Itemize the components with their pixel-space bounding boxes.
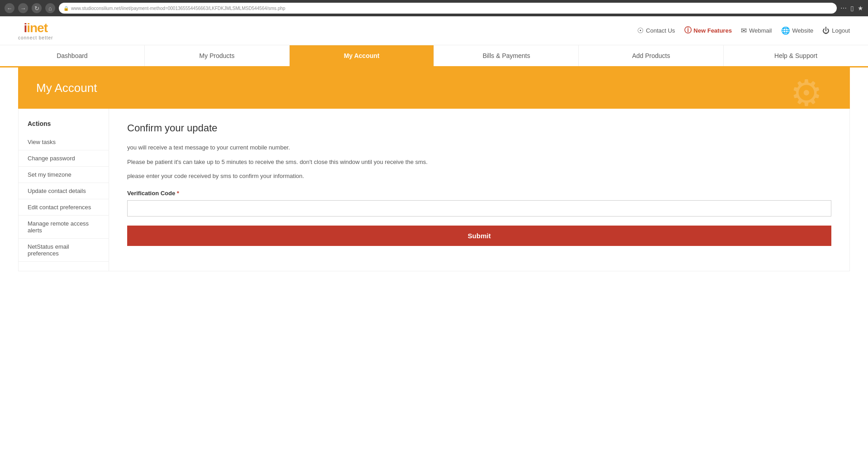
nav-my-account[interactable]: My Account xyxy=(290,45,434,66)
browser-chrome: ← → ↻ ⌂ 🔒 www.studioconsilium.net/iinet/… xyxy=(0,0,868,16)
menu-dots-icon[interactable]: ⋯ xyxy=(840,5,847,12)
submit-button[interactable]: Submit xyxy=(127,226,831,246)
sidebar-item-set-timezone[interactable]: Set my timezone xyxy=(19,167,109,183)
header: iinet connect better ☉ Contact Us ⓘ New … xyxy=(0,16,868,45)
webmail-label: Webmail xyxy=(749,27,772,34)
info-text-3: please enter your code received by sms t… xyxy=(127,172,831,181)
url-text: www.studioconsilium.net/iinet/payment-me… xyxy=(71,6,285,11)
sidebar-item-netstatus-email[interactable]: NetStatus email preferences xyxy=(19,239,109,262)
contact-us-link[interactable]: ☉ Contact Us xyxy=(637,26,675,35)
verification-code-input[interactable] xyxy=(127,200,831,217)
new-features-link[interactable]: ⓘ New Features xyxy=(684,26,732,35)
verification-label: Verification Code * xyxy=(127,190,831,197)
security-icon: 🔒 xyxy=(63,6,69,11)
logo-text: iinet xyxy=(24,21,48,35)
main-content: Confirm your update you will receive a t… xyxy=(109,109,849,271)
nav-dashboard[interactable]: Dashboard xyxy=(0,45,145,66)
new-features-icon: ⓘ xyxy=(684,26,692,35)
page-banner: My Account ⚙ xyxy=(18,67,850,109)
info-text-1: you will receive a text message to your … xyxy=(127,143,831,152)
page-title: My Account xyxy=(36,81,832,95)
page: iinet connect better ☉ Contact Us ⓘ New … xyxy=(0,16,868,462)
logout-icon: ⏻ xyxy=(822,27,830,35)
logout-link[interactable]: ⏻ Logout xyxy=(822,27,850,35)
website-link[interactable]: 🌐 Website xyxy=(781,26,814,35)
reload-button[interactable]: ↻ xyxy=(32,3,42,13)
nav-help-support[interactable]: Help & Support xyxy=(724,45,868,66)
forward-button[interactable]: → xyxy=(18,3,28,13)
new-features-label: New Features xyxy=(694,27,732,34)
home-button[interactable]: ⌂ xyxy=(45,3,55,13)
nav-bills-payments[interactable]: Bills & Payments xyxy=(434,45,579,66)
nav-my-products[interactable]: My Products xyxy=(145,45,290,66)
address-bar[interactable]: 🔒 www.studioconsilium.net/iinet/payment-… xyxy=(59,3,837,14)
pocket-icon[interactable]: ▯ xyxy=(850,5,854,12)
main-nav: Dashboard My Products My Account Bills &… xyxy=(0,45,868,67)
contact-us-label: Contact Us xyxy=(646,27,675,34)
logo-tagline: connect better xyxy=(18,35,53,40)
content-wrapper: Actions View tasks Change password Set m… xyxy=(18,109,850,271)
webmail-link[interactable]: ✉ Webmail xyxy=(741,26,772,35)
logout-label: Logout xyxy=(832,27,850,34)
bookmark-icon[interactable]: ★ xyxy=(858,5,863,12)
sidebar-item-change-password[interactable]: Change password xyxy=(19,150,109,167)
header-nav: ☉ Contact Us ⓘ New Features ✉ Webmail 🌐 … xyxy=(637,26,850,35)
webmail-icon: ✉ xyxy=(741,26,747,35)
back-button[interactable]: ← xyxy=(5,3,14,13)
confirm-title: Confirm your update xyxy=(127,122,831,134)
contact-icon: ☉ xyxy=(637,26,644,35)
sidebar-item-update-contact[interactable]: Update contact details xyxy=(19,183,109,199)
browser-right-icons: ⋯ ▯ ★ xyxy=(840,5,863,12)
sidebar: Actions View tasks Change password Set m… xyxy=(19,109,109,271)
nav-add-products[interactable]: Add Products xyxy=(579,45,724,66)
website-label: Website xyxy=(792,27,814,34)
sidebar-item-view-tasks[interactable]: View tasks xyxy=(19,134,109,150)
info-text-2: Please be patient it's can take up to 5 … xyxy=(127,158,831,167)
sidebar-item-manage-remote-alerts[interactable]: Manage remote access alerts xyxy=(19,216,109,239)
sidebar-item-edit-contact-prefs[interactable]: Edit contact preferences xyxy=(19,199,109,216)
logo[interactable]: iinet connect better xyxy=(18,21,53,40)
sidebar-heading: Actions xyxy=(19,118,109,134)
website-icon: 🌐 xyxy=(781,26,790,35)
required-marker: * xyxy=(175,190,179,197)
